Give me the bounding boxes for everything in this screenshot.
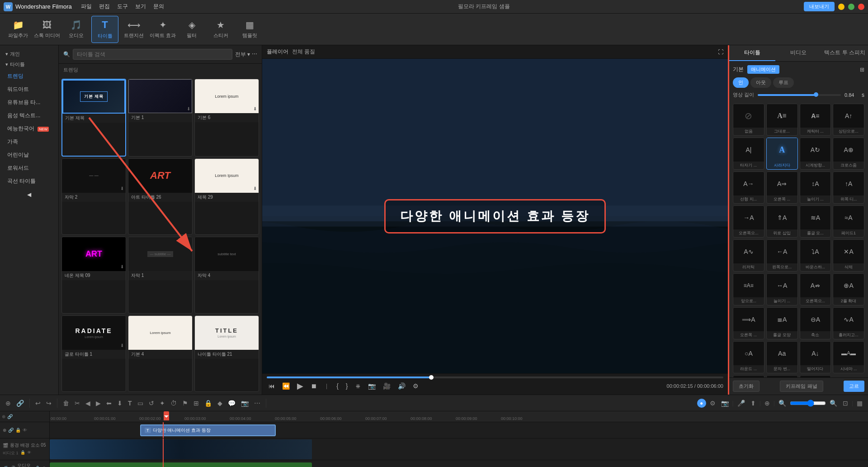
anim-card-flow[interactable]: ∿A 흘러지고... [833, 307, 864, 339]
tool-stock[interactable]: 🖼 스톡 미디어 [33, 16, 61, 43]
skip-back-button[interactable]: ⏮ [267, 381, 277, 391]
tl-zoom-slider[interactable] [790, 400, 826, 407]
tl-snap-btn[interactable]: ⊕ [763, 399, 772, 408]
anim-card-fade1[interactable]: ≈A 페이드1 [833, 205, 864, 238]
title-card-neon09[interactable]: ART ⬇ 네온 제목 09 [61, 237, 126, 314]
tl-grid-btn[interactable]: ⊞ [192, 399, 201, 408]
tl-fit-btn[interactable]: ⊡ [841, 399, 850, 408]
sidebar-item-korean[interactable]: 에능한국어 NEW [0, 122, 58, 135]
maximize-button[interactable] [848, 4, 854, 10]
tool-effects[interactable]: ✦ 이펙트 효과 [149, 16, 176, 43]
mark-out-button[interactable]: } [344, 381, 350, 391]
tl-redo-btn[interactable]: ↪ [44, 399, 53, 408]
title-card-sub2[interactable]: — — ⬇ 자막 2 [61, 158, 126, 235]
tl-shape-btn[interactable]: ▭ [136, 399, 145, 408]
sidebar-item-trending[interactable]: 트렌딩 [0, 70, 58, 83]
sidebar-item-wordart[interactable]: 워드아트 [0, 83, 58, 96]
menu-file[interactable]: 파일 [81, 3, 92, 10]
title-card-basic4[interactable]: Lorem ipsum 기본 4 [128, 315, 193, 392]
title-card-basic1[interactable]: ⬇ 기본 1 [128, 79, 193, 157]
tl-next-btn[interactable]: ▶ [94, 399, 103, 408]
title-card-basic[interactable]: 기본 제목 기본 제목 [61, 79, 126, 157]
anim-card-static[interactable]: A≡ 그대로... [766, 104, 798, 136]
tl-camera2-btn[interactable]: 📷 [719, 399, 731, 408]
tl-text-btn[interactable]: T [126, 399, 134, 408]
video-clip[interactable] [50, 439, 312, 459]
anim-settings-icon[interactable]: ⊞ [860, 67, 864, 73]
menu-edit[interactable]: 편집 [99, 3, 110, 10]
anim-card-typewriter2[interactable]: A_ 타자기가... [733, 375, 764, 377]
progress-bar[interactable] [267, 376, 723, 378]
tool-filter[interactable]: ◈ 필터 [178, 16, 205, 43]
anim-card-fade[interactable]: A 사라지다 [766, 138, 798, 170]
anim-card-round[interactable]: ○A 라운드 ... [733, 341, 764, 373]
sidebar-item-children[interactable]: 어린이날 [0, 148, 58, 162]
anim-card-realistic[interactable]: A∿ 리저틱 [733, 239, 764, 272]
tl-mic-btn[interactable]: 🎤 [736, 399, 747, 408]
menu-view[interactable]: 보기 [135, 3, 146, 10]
title-card-art26[interactable]: ART 아트 타이틀 26 [128, 158, 193, 235]
anim-card-upward[interactable]: ⬆A 상향 위... [766, 375, 798, 377]
sidebar-item-youtube[interactable]: 유튜브용 타... [0, 96, 58, 109]
tl-undo-btn[interactable]: ↩ [33, 399, 42, 408]
sidebar-personal-header[interactable]: ▾ 개인 [0, 49, 58, 59]
tl-effects-btn[interactable]: ✦ [158, 399, 167, 408]
tl-timer-btn[interactable]: ⏱ [169, 399, 179, 408]
record-button[interactable]: 🎥 [381, 381, 392, 391]
tl-delete-btn[interactable]: 🗑 [61, 399, 71, 408]
anim-card-right4[interactable]: ⟹A 오른쪽 ... [733, 307, 764, 339]
player-quality-label[interactable]: 전체 품질 [292, 48, 315, 56]
audio-clip[interactable] [50, 462, 312, 467]
settings-button[interactable]: ⚙ [411, 381, 420, 391]
stop-button[interactable]: ⏹ [309, 381, 319, 391]
anim-card-right1[interactable]: A⇒ 오른쪽 ... [766, 172, 798, 204]
anim-card-roll[interactable]: ≋A 롤글 모... [800, 205, 831, 238]
title-card-title29[interactable]: Lorem Ipsum ⬇ 제목 29 [194, 158, 259, 235]
title-card-radiate[interactable]: RADIATE Lorem ipsum ⬇ 글로 타이틀 1 [61, 315, 126, 392]
menu-help[interactable]: 문의 [153, 3, 164, 10]
tool-template[interactable]: ▦ 템플릿 [236, 16, 263, 43]
split-button[interactable]: ⧺ [354, 381, 363, 391]
title-card-title21[interactable]: TITLE Lorem ipsum 나이틀 타이틀 21 [194, 315, 259, 392]
anim-card-right2[interactable]: →A 오른쪽으... [733, 205, 764, 238]
anim-card-zoom2[interactable]: ⊕A 2를 확대 [833, 273, 864, 305]
title-card-basic6[interactable]: Lorem ipsum ⬇ 기본 6 [194, 79, 259, 157]
tool-file[interactable]: 📁 파일추가 [5, 16, 32, 43]
tl-camera-btn[interactable]: 📷 [239, 399, 250, 408]
anim-card-stretch[interactable]: ↕A 늘이기 ... [800, 172, 831, 204]
tl-prev-btn[interactable]: ◀ [84, 399, 92, 408]
fullscreen-icon[interactable]: ⛶ [718, 49, 723, 55]
anim-card-left1[interactable]: ←A 왼쪽으로... [766, 239, 798, 272]
minimize-button[interactable] [838, 4, 844, 10]
anim-card-none[interactable]: ⊘ 없음 [733, 104, 764, 136]
text-clip[interactable]: T 다양한 애니메이션 효과 등장 [140, 424, 276, 436]
export-button[interactable]: 내보내기 [804, 2, 835, 11]
tl-zoom-in-btn[interactable]: 🔍 [828, 399, 839, 408]
right-tab-tts[interactable]: 텍스트 투 스피치 [822, 45, 868, 61]
close-button[interactable] [858, 4, 864, 10]
anim-card-right3[interactable]: A⇏ 오른쪽으... [800, 273, 831, 305]
snapshot-button[interactable]: 📷 [366, 381, 377, 391]
tl-link-btn[interactable]: 🔗 [14, 399, 26, 408]
tl-left-btn[interactable]: ⬅ [104, 399, 113, 408]
tl-add-btn[interactable]: ⊕ [4, 399, 13, 408]
anim-card-clockwise[interactable]: A↻ 시계방향... [800, 138, 831, 170]
anim-sub-tab-in[interactable]: 인 [733, 77, 749, 88]
title-track-lock[interactable]: 🔒 [15, 428, 21, 433]
volume-button[interactable]: 🔊 [396, 381, 407, 391]
anim-card-fall[interactable]: A↓ 떨어지다 [800, 341, 831, 373]
anim-card-stretch2[interactable]: ↔A 늘이기 ... [766, 273, 798, 305]
sidebar-item-family[interactable]: 가족 [0, 135, 58, 148]
anim-card-right5[interactable]: A⟶ 오른쪽으... [800, 375, 831, 377]
tool-sticker[interactable]: ★ 스티커 [207, 16, 234, 43]
sidebar-item-lower[interactable]: 로워서드 [0, 162, 58, 175]
menu-tools[interactable]: 도구 [117, 3, 128, 10]
tl-record-btn[interactable]: ● [697, 399, 706, 408]
title-card-sub4[interactable]: subtitle text 자막 4 [194, 237, 259, 314]
anim-card-char[interactable]: A≡ 캐릭터 ... [800, 104, 831, 136]
duration-slider[interactable] [758, 94, 841, 96]
tl-extract-btn[interactable]: ⬆ [749, 399, 758, 408]
apply-button[interactable]: 고르 [844, 381, 864, 392]
tl-diamond-btn[interactable]: ◆ [216, 399, 224, 408]
anim-card-delete[interactable]: ✕A 삭제 [833, 239, 864, 272]
